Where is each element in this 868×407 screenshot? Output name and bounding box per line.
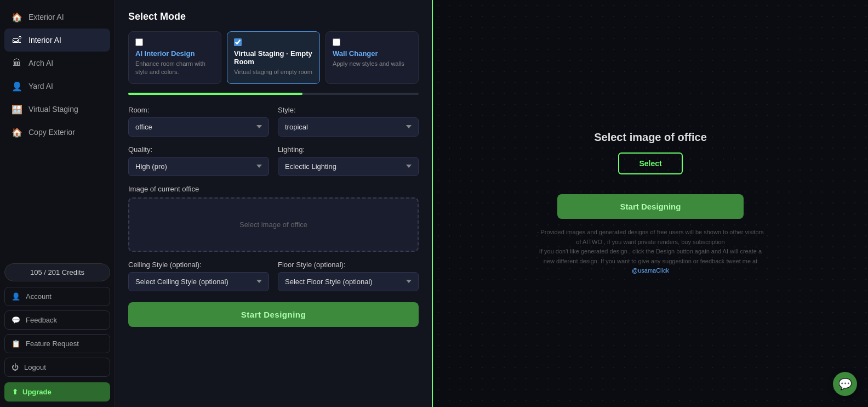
select-mode-title: Select Mode [128, 11, 419, 22]
copy-exterior-icon: 🏠 [11, 126, 23, 138]
lighting-label: Lighting: [278, 145, 419, 154]
sidebar-item-interior-ai[interactable]: 🛋 Interior AI [4, 29, 110, 52]
right-panel: Select image of office Select Start Desi… [433, 0, 868, 407]
floor-style-label: Floor Style (optional): [278, 261, 419, 269]
sidebar-label-virtual-staging: Virtual Staging [28, 105, 78, 114]
mode-desc-wall-changer: Apply new styles and walls [333, 60, 412, 68]
ceiling-style-label: Ceiling Style (optional): [128, 261, 269, 269]
style-select[interactable]: tropicalmodernminimalistscandinavianindu… [278, 117, 419, 137]
image-upload-placeholder: Select image of office [239, 221, 307, 229]
image-upload-area[interactable]: Select image of office [128, 197, 419, 252]
select-image-button[interactable]: Select [618, 152, 682, 174]
room-label: Room: [128, 106, 269, 114]
optional-row: Ceiling Style (optional): Select Ceiling… [128, 261, 419, 291]
upgrade-icon: ⬆ [12, 388, 18, 396]
interior-ai-icon: 🛋 [11, 34, 23, 46]
account-icon: 👤 [12, 292, 20, 301]
style-group: Style: tropicalmodernminimalistscandinav… [278, 106, 419, 137]
lighting-select[interactable]: Eclectic LightingNatural LightWarm Light… [278, 157, 419, 176]
sidebar-label-interior-ai: Interior AI [28, 36, 61, 44]
ceiling-style-group: Ceiling Style (optional): Select Ceiling… [128, 261, 269, 291]
sidebar-item-exterior-ai[interactable]: 🏠 Exterior AI [4, 5, 110, 29]
image-section-label: Image of current office [128, 185, 419, 193]
disclaimer-text: · Provided images and generated designs … [535, 228, 766, 276]
floor-style-select[interactable]: Select Floor Style (optional) [278, 272, 419, 291]
lighting-group: Lighting: Eclectic LightingNatural Light… [278, 145, 419, 176]
feature-request-button[interactable]: 📋 Feature Request [4, 334, 110, 353]
feature-request-icon: 📋 [12, 340, 20, 348]
sidebar-label-copy-exterior: Copy Exterior [28, 128, 75, 137]
virtual-staging-icon: 🪟 [11, 103, 23, 115]
arch-ai-icon: 🏛 [11, 57, 23, 69]
ceiling-style-select[interactable]: Select Ceiling Style (optional) [128, 272, 269, 291]
mode-checkbox-virtual-staging[interactable] [234, 38, 242, 46]
quality-label: Quality: [128, 145, 269, 154]
upgrade-button[interactable]: ⬆ Upgrade [4, 382, 110, 402]
room-style-row: Room: officebedroomliving roomkitchenbat… [128, 106, 419, 137]
chat-bubble[interactable]: 💬 [833, 372, 857, 396]
disclaimer-content: · Provided images and generated designs … [537, 229, 763, 264]
main-panel: Select Mode AI Interior Design Enhance r… [115, 0, 433, 407]
yard-ai-icon: 👤 [11, 80, 23, 92]
credits-button[interactable]: 105 / 201 Credits [4, 263, 110, 281]
chat-icon: 💬 [838, 377, 852, 391]
feedback-icon: 💬 [12, 316, 20, 324]
right-panel-content: Select image of office Select Start Desi… [433, 120, 868, 287]
mode-card-virtual-staging[interactable]: Virtual Staging - Empty Room Virtual sta… [227, 31, 320, 84]
right-start-designing-button[interactable]: Start Designing [557, 194, 744, 219]
mode-card-wall-changer[interactable]: Wall Changer Apply new styles and walls [326, 31, 419, 84]
quality-select[interactable]: High (pro)StandardDraft [128, 157, 269, 176]
sidebar-item-arch-ai[interactable]: 🏛 Arch AI [4, 52, 110, 75]
start-designing-button[interactable]: Start Designing [128, 302, 419, 327]
sidebar-label-arch-ai: Arch AI [28, 59, 53, 67]
room-group: Room: officebedroomliving roomkitchenbat… [128, 106, 269, 137]
mode-title-wall-changer: Wall Changer [333, 49, 412, 58]
mode-checkbox-wall-changer[interactable] [333, 38, 340, 46]
feedback-button[interactable]: 💬 Feedback [4, 310, 110, 330]
mode-card-ai-interior[interactable]: AI Interior Design Enhance room charm wi… [128, 31, 221, 84]
mode-cards-container: AI Interior Design Enhance room charm wi… [128, 31, 419, 84]
mode-desc-virtual-staging: Virtual staging of empty room [234, 68, 313, 76]
progress-bar-fill [128, 93, 302, 95]
sidebar: 🏠 Exterior AI 🛋 Interior AI 🏛 Arch AI 👤 … [0, 0, 115, 407]
sidebar-item-virtual-staging[interactable]: 🪟 Virtual Staging [4, 98, 110, 121]
sidebar-item-copy-exterior[interactable]: 🏠 Copy Exterior [4, 121, 110, 144]
room-select[interactable]: officebedroomliving roomkitchenbathroomd… [128, 117, 269, 137]
mode-title-virtual-staging: Virtual Staging - Empty Room [234, 49, 313, 66]
sidebar-label-exterior-ai: Exterior AI [28, 13, 64, 21]
sidebar-item-yard-ai[interactable]: 👤 Yard AI [4, 75, 110, 98]
mode-checkbox-ai-interior[interactable] [135, 38, 143, 46]
logout-icon: ⏻ [12, 363, 19, 371]
mode-desc-ai-interior: Enhance room charm with style and colors… [135, 60, 214, 77]
twitter-link[interactable]: @usamaClick [632, 267, 669, 274]
select-image-title: Select image of office [594, 131, 707, 144]
exterior-ai-icon: 🏠 [11, 11, 23, 23]
account-button[interactable]: 👤 Account [4, 287, 110, 306]
mode-title-ai-interior: AI Interior Design [135, 49, 214, 58]
logout-button[interactable]: ⏻ Logout [4, 358, 110, 377]
quality-lighting-row: Quality: High (pro)StandardDraft Lightin… [128, 145, 419, 176]
sidebar-label-yard-ai: Yard AI [28, 82, 53, 91]
style-label: Style: [278, 106, 419, 114]
quality-group: Quality: High (pro)StandardDraft [128, 145, 269, 176]
floor-style-group: Floor Style (optional): Select Floor Sty… [278, 261, 419, 291]
progress-bar-container [128, 93, 419, 95]
